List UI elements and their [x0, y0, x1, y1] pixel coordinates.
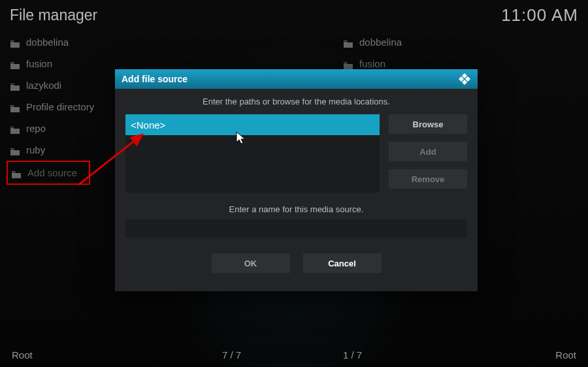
folder-icon — [10, 103, 20, 110]
list-item-label: Add source — [27, 167, 77, 178]
dialog-title: Add file source — [122, 74, 188, 84]
folder-icon — [10, 146, 20, 153]
list-item-label: Profile directory — [26, 101, 94, 112]
source-name-input[interactable] — [125, 219, 467, 238]
footer-left-position: 7 / 7 — [222, 349, 241, 360]
folder-icon — [10, 82, 20, 89]
list-item-label: dobbelina — [26, 37, 69, 48]
folder-icon — [344, 60, 353, 67]
browse-button[interactable]: Browse — [389, 114, 467, 134]
page-title: File manager — [10, 7, 97, 24]
footer-right-root: Root — [555, 349, 576, 360]
folder-icon — [12, 169, 21, 176]
path-entry-value: <None> — [131, 120, 165, 131]
ok-button[interactable]: OK — [212, 253, 290, 273]
add-source-item[interactable]: Add source — [7, 161, 90, 185]
paths-list[interactable]: <None> — [125, 114, 380, 193]
list-item-label: dobbelina — [359, 37, 402, 48]
folder-icon — [10, 125, 20, 132]
folder-icon — [10, 60, 20, 67]
kodi-logo-icon — [458, 72, 471, 86]
list-item-label: lazykodi — [26, 80, 61, 91]
list-item-label: fusion — [359, 58, 385, 69]
list-item-label: repo — [26, 123, 46, 134]
folder-icon — [344, 39, 353, 46]
folder-icon — [10, 39, 20, 46]
list-item[interactable]: dobbelina — [7, 31, 248, 53]
name-instruction: Enter a name for this media source. — [125, 204, 467, 214]
list-item-label: fusion — [26, 58, 52, 69]
remove-button[interactable]: Remove — [389, 169, 467, 189]
cancel-button[interactable]: Cancel — [303, 253, 382, 273]
footer-left-root: Root — [12, 349, 33, 360]
source-list-right: dobbelina fusion — [340, 31, 581, 74]
footer: Root 7 / 7 1 / 7 Root — [0, 349, 588, 360]
add-button[interactable]: Add — [389, 142, 467, 161]
footer-right-position: 1 / 7 — [343, 349, 362, 360]
dialog-instruction: Enter the paths or browse for the media … — [125, 97, 467, 106]
dialog-titlebar: Add file source — [115, 69, 478, 89]
path-entry-selected[interactable]: <None> — [125, 114, 380, 135]
list-item-label: ruby — [26, 144, 45, 155]
add-file-source-dialog: Add file source Enter the paths or brows… — [115, 69, 478, 291]
clock: 11:00 AM — [501, 5, 578, 25]
list-item[interactable]: dobbelina — [340, 31, 581, 53]
